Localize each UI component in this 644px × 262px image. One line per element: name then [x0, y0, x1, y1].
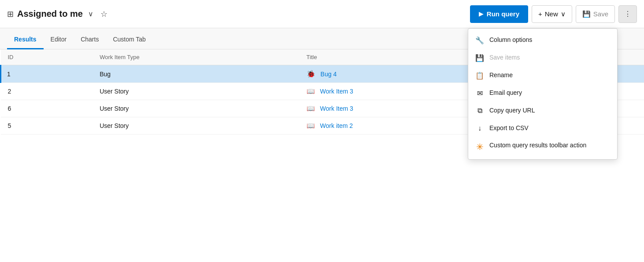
rename-label: Rename — [489, 71, 610, 80]
export-csv-icon: ↓ — [475, 124, 484, 132]
dropdown-item-rename[interactable]: 📋Rename — [468, 67, 617, 84]
export-csv-label: Export to CSV — [489, 124, 610, 133]
custom-action-icon: ✳ — [475, 142, 484, 152]
story-icon: 📖 — [307, 122, 315, 130]
plus-icon: + — [538, 10, 542, 18]
title-chevron-button[interactable]: ∨ — [86, 8, 95, 20]
column-options-icon: 🔧 — [475, 36, 484, 45]
save-items-icon: 💾 — [475, 54, 484, 62]
copy-query-url-icon: ⧉ — [475, 107, 484, 115]
favorite-button[interactable]: ☆ — [99, 7, 109, 21]
email-query-label: Email query — [489, 89, 610, 97]
cell-id: 5 — [1, 117, 93, 135]
save-items-label: Save items — [489, 53, 610, 62]
play-icon: ▶ — [479, 11, 483, 17]
new-chevron-icon: ∨ — [561, 10, 566, 18]
rename-icon: 📋 — [475, 71, 484, 80]
run-query-button[interactable]: ▶ Run query — [470, 5, 528, 23]
dropdown-menu: 🔧Column options💾Save items📋Rename✉Email … — [468, 28, 618, 160]
column-options-label: Column options — [489, 36, 610, 45]
main-container: ⊞ Assigned to me ∨ ☆ ▶ Run query + New ∨… — [0, 0, 644, 262]
header-left: ⊞ Assigned to me ∨ ☆ — [7, 7, 466, 21]
save-label: Save — [593, 10, 608, 18]
save-disk-icon: 💾 — [582, 10, 591, 18]
cell-id: 2 — [1, 83, 93, 100]
story-icon: 📖 — [307, 105, 315, 112]
header: ⊞ Assigned to me ∨ ☆ ▶ Run query + New ∨… — [0, 0, 644, 28]
header-right: ▶ Run query + New ∨ 💾 Save ⋮ — [470, 5, 637, 23]
story-icon: 📖 — [307, 87, 315, 95]
col-header-id: ID — [1, 49, 93, 65]
tab-results[interactable]: Results — [7, 30, 44, 49]
custom-action-label: Custom query results toolbar action — [489, 141, 610, 150]
col-header-type: Work Item Type — [93, 49, 299, 65]
cell-type: User Story — [93, 100, 299, 117]
dropdown-item-column-options[interactable]: 🔧Column options — [468, 31, 617, 49]
tab-editor[interactable]: Editor — [44, 30, 74, 49]
cell-type: User Story — [93, 83, 299, 100]
bug-icon: 🐞 — [307, 70, 315, 78]
cell-type: Bug — [93, 65, 299, 83]
dropdown-item-export-csv[interactable]: ↓Export to CSV — [468, 120, 617, 137]
page-title: Assigned to me — [17, 9, 83, 19]
cell-id: 6 — [1, 100, 93, 117]
dropdown-item-email-query[interactable]: ✉Email query — [468, 84, 617, 102]
more-icon: ⋮ — [624, 10, 631, 18]
save-button[interactable]: 💾 Save — [576, 5, 615, 23]
new-button[interactable]: + New ∨ — [532, 5, 572, 23]
tab-custom-tab[interactable]: Custom Tab — [106, 30, 152, 49]
new-label: New — [545, 10, 558, 18]
grid-icon: ⊞ — [7, 9, 14, 19]
run-query-label: Run query — [487, 10, 519, 18]
dropdown-item-custom-action[interactable]: ✳Custom query results toolbar action — [468, 137, 617, 157]
dropdown-item-save-items: 💾Save items — [468, 49, 617, 67]
copy-query-url-label: Copy query URL — [489, 106, 610, 115]
dropdown-item-copy-query-url[interactable]: ⧉Copy query URL — [468, 102, 617, 120]
email-query-icon: ✉ — [475, 89, 484, 97]
more-options-button[interactable]: ⋮ — [618, 5, 637, 23]
cell-type: User Story — [93, 117, 299, 135]
cell-id: 1 — [1, 65, 93, 83]
tab-charts[interactable]: Charts — [74, 30, 106, 49]
